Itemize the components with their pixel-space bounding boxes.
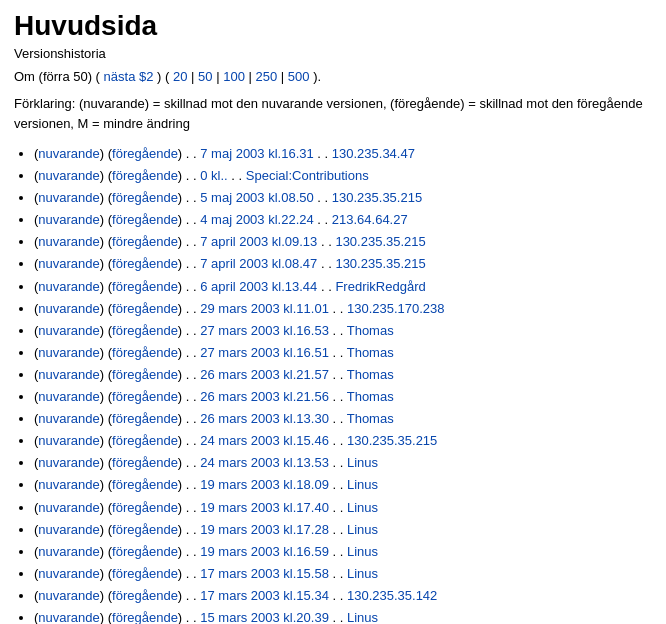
- prev-link-20[interactable]: föregående: [112, 588, 178, 603]
- prev-link-1[interactable]: föregående: [112, 168, 178, 183]
- user-link-18[interactable]: Linus: [347, 544, 378, 559]
- user-link-13[interactable]: 130.235.35.215: [347, 433, 437, 448]
- current-link-4[interactable]: nuvarande: [38, 234, 99, 249]
- date-link-3[interactable]: 4 maj 2003 kl.22.24: [200, 212, 313, 227]
- current-link-16[interactable]: nuvarande: [38, 500, 99, 515]
- current-link-8[interactable]: nuvarande: [38, 323, 99, 338]
- explanation-text: Förklaring: (nuvarande) = skillnad mot d…: [14, 94, 652, 133]
- prev-link-15[interactable]: föregående: [112, 477, 178, 492]
- prev-link-11[interactable]: föregående: [112, 389, 178, 404]
- intro-label: Om (förra 50) (: [14, 69, 100, 84]
- user-link-4[interactable]: 130.235.35.215: [335, 234, 425, 249]
- prev-link-6[interactable]: föregående: [112, 279, 178, 294]
- count-50[interactable]: 50: [198, 69, 212, 84]
- list-item: (nuvarande) (föregående) . . 4 maj 2003 …: [34, 209, 652, 231]
- user-link-7[interactable]: 130.235.170.238: [347, 301, 445, 316]
- date-link-14[interactable]: 24 mars 2003 kl.13.53: [200, 455, 329, 470]
- prev-link-17[interactable]: föregående: [112, 522, 178, 537]
- prev-link-0[interactable]: föregående: [112, 146, 178, 161]
- current-link-7[interactable]: nuvarande: [38, 301, 99, 316]
- current-link-5[interactable]: nuvarande: [38, 256, 99, 271]
- date-link-7[interactable]: 29 mars 2003 kl.11.01: [200, 301, 329, 316]
- prev-link-9[interactable]: föregående: [112, 345, 178, 360]
- user-link-21[interactable]: Linus: [347, 610, 378, 624]
- date-link-2[interactable]: 5 maj 2003 kl.08.50: [200, 190, 313, 205]
- current-link-21[interactable]: nuvarande: [38, 610, 99, 624]
- prev-link-2[interactable]: föregående: [112, 190, 178, 205]
- current-link-2[interactable]: nuvarande: [38, 190, 99, 205]
- current-link-18[interactable]: nuvarande: [38, 544, 99, 559]
- date-link-0[interactable]: 7 maj 2003 kl.16.31: [200, 146, 313, 161]
- date-link-17[interactable]: 19 mars 2003 kl.17.28: [200, 522, 329, 537]
- list-item: (nuvarande) (föregående) . . 19 mars 200…: [34, 541, 652, 563]
- prev-link-12[interactable]: föregående: [112, 411, 178, 426]
- date-link-12[interactable]: 26 mars 2003 kl.13.30: [200, 411, 329, 426]
- user-link-10[interactable]: Thomas: [347, 367, 394, 382]
- current-link-15[interactable]: nuvarande: [38, 477, 99, 492]
- current-link-19[interactable]: nuvarande: [38, 566, 99, 581]
- date-link-5[interactable]: 7 april 2003 kl.08.47: [200, 256, 317, 271]
- date-link-9[interactable]: 27 mars 2003 kl.16.51: [200, 345, 329, 360]
- prev-link-18[interactable]: föregående: [112, 544, 178, 559]
- user-link-1[interactable]: Special:Contributions: [246, 168, 369, 183]
- date-link-4[interactable]: 7 april 2003 kl.09.13: [200, 234, 317, 249]
- count-100[interactable]: 100: [223, 69, 245, 84]
- user-link-11[interactable]: Thomas: [347, 389, 394, 404]
- user-link-15[interactable]: Linus: [347, 477, 378, 492]
- count-20[interactable]: 20: [173, 69, 187, 84]
- prev-link-19[interactable]: föregående: [112, 566, 178, 581]
- prev-link-10[interactable]: föregående: [112, 367, 178, 382]
- prev-link-16[interactable]: föregående: [112, 500, 178, 515]
- prev-link-8[interactable]: föregående: [112, 323, 178, 338]
- user-link-9[interactable]: Thomas: [347, 345, 394, 360]
- user-link-16[interactable]: Linus: [347, 500, 378, 515]
- prev-link-4[interactable]: föregående: [112, 234, 178, 249]
- date-link-11[interactable]: 26 mars 2003 kl.21.56: [200, 389, 329, 404]
- current-link-3[interactable]: nuvarande: [38, 212, 99, 227]
- current-link-6[interactable]: nuvarande: [38, 279, 99, 294]
- date-link-20[interactable]: 17 mars 2003 kl.15.34: [200, 588, 329, 603]
- current-link-0[interactable]: nuvarande: [38, 146, 99, 161]
- date-link-13[interactable]: 24 mars 2003 kl.15.46: [200, 433, 329, 448]
- date-link-19[interactable]: 17 mars 2003 kl.15.58: [200, 566, 329, 581]
- date-link-21[interactable]: 15 mars 2003 kl.20.39: [200, 610, 329, 624]
- user-link-5[interactable]: 130.235.35.215: [335, 256, 425, 271]
- current-link-12[interactable]: nuvarande: [38, 411, 99, 426]
- user-link-12[interactable]: Thomas: [347, 411, 394, 426]
- user-link-8[interactable]: Thomas: [347, 323, 394, 338]
- current-link-14[interactable]: nuvarande: [38, 455, 99, 470]
- date-link-18[interactable]: 19 mars 2003 kl.16.59: [200, 544, 329, 559]
- date-link-8[interactable]: 27 mars 2003 kl.16.53: [200, 323, 329, 338]
- prev-link-7[interactable]: föregående: [112, 301, 178, 316]
- user-link-20[interactable]: 130.235.35.142: [347, 588, 437, 603]
- list-item: (nuvarande) (föregående) . . 5 maj 2003 …: [34, 187, 652, 209]
- current-link-9[interactable]: nuvarande: [38, 345, 99, 360]
- user-link-17[interactable]: Linus: [347, 522, 378, 537]
- prev-link-14[interactable]: föregående: [112, 455, 178, 470]
- current-link-11[interactable]: nuvarande: [38, 389, 99, 404]
- date-link-10[interactable]: 26 mars 2003 kl.21.57: [200, 367, 329, 382]
- user-link-14[interactable]: Linus: [347, 455, 378, 470]
- current-link-10[interactable]: nuvarande: [38, 367, 99, 382]
- user-link-3[interactable]: 213.64.64.27: [332, 212, 408, 227]
- prev-link-13[interactable]: föregående: [112, 433, 178, 448]
- user-link-2[interactable]: 130.235.35.215: [332, 190, 422, 205]
- current-link-20[interactable]: nuvarande: [38, 588, 99, 603]
- date-link-15[interactable]: 19 mars 2003 kl.18.09: [200, 477, 329, 492]
- current-link-17[interactable]: nuvarande: [38, 522, 99, 537]
- current-link-1[interactable]: nuvarande: [38, 168, 99, 183]
- user-link-0[interactable]: 130.235.34.47: [332, 146, 415, 161]
- prev-link-5[interactable]: föregående: [112, 256, 178, 271]
- count-250[interactable]: 250: [256, 69, 278, 84]
- date-link-6[interactable]: 6 april 2003 kl.13.44: [200, 279, 317, 294]
- current-link-13[interactable]: nuvarande: [38, 433, 99, 448]
- prev-link-3[interactable]: föregående: [112, 212, 178, 227]
- count-500[interactable]: 500: [288, 69, 310, 84]
- date-link-1[interactable]: 0 kl..: [200, 168, 227, 183]
- prev-link-21[interactable]: föregående: [112, 610, 178, 624]
- page-title: Huvudsida: [14, 10, 652, 42]
- next-link[interactable]: nästa $2: [104, 69, 154, 84]
- date-link-16[interactable]: 19 mars 2003 kl.17.40: [200, 500, 329, 515]
- user-link-19[interactable]: Linus: [347, 566, 378, 581]
- user-link-6[interactable]: FredrikRedgård: [335, 279, 425, 294]
